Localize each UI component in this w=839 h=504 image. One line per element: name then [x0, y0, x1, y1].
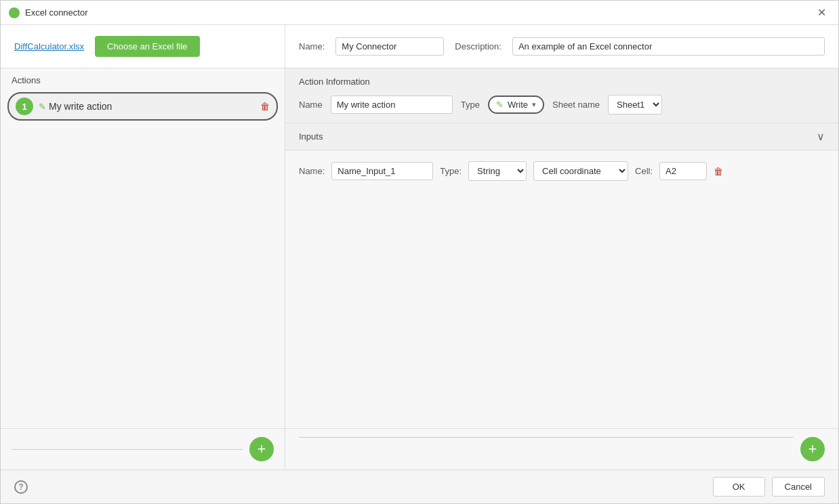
type-value: Write: [508, 100, 528, 110]
right-top-section: Name: Description:: [285, 25, 838, 68]
add-input-button[interactable]: +: [800, 437, 825, 461]
action-delete-icon[interactable]: 🗑: [260, 101, 270, 112]
action-name-input[interactable]: [331, 96, 453, 114]
actions-header: Actions: [1, 68, 285, 92]
left-top-section: DiffCalculator.xlsx Choose an Excel file: [1, 25, 285, 68]
close-button[interactable]: ✕: [813, 5, 830, 20]
cell-input[interactable]: [659, 162, 707, 180]
dialog: Excel connector ✕ DiffCalculator.xlsx Ch…: [0, 0, 839, 504]
input-name-label: Name:: [299, 166, 325, 176]
description-label: Description:: [455, 41, 502, 51]
ok-button[interactable]: OK: [713, 477, 765, 497]
sheet-name-select[interactable]: Sheet1: [608, 95, 662, 114]
action-type-label: Type: [461, 100, 480, 110]
collapse-icon[interactable]: ∨: [817, 130, 825, 143]
sheet-name-label: Sheet name: [552, 100, 600, 110]
action-info-row: Name Type ✎ Write ▾ Sheet name Sheet1: [299, 95, 825, 114]
input-delete-icon[interactable]: 🗑: [714, 166, 723, 177]
choose-file-button[interactable]: Choose an Excel file: [95, 36, 200, 57]
input-name-field[interactable]: [331, 162, 433, 180]
cell-label: Cell:: [635, 166, 653, 176]
type-edit-icon: ✎: [496, 100, 504, 110]
top-section: DiffCalculator.xlsx Choose an Excel file…: [1, 25, 838, 68]
dialog-title: Excel connector: [25, 7, 88, 18]
action-item[interactable]: 1 ✎ My write action 🗑: [7, 92, 278, 121]
inputs-section: Inputs ∨ Name: Type: String Number Boole…: [285, 123, 838, 469]
add-action-button[interactable]: +: [249, 437, 274, 461]
input-type-label: Type:: [440, 166, 462, 176]
title-bar: Excel connector ✕: [1, 1, 838, 25]
inputs-content: Name: Type: String Number Boolean Cell c…: [285, 150, 838, 192]
input-row: Name: Type: String Number Boolean Cell c…: [299, 161, 825, 181]
main-content: Actions 1 ✎ My write action 🗑 +: [1, 68, 838, 469]
name-label: Name:: [299, 41, 325, 51]
title-bar-left: Excel connector: [9, 7, 88, 18]
right-panel-footer: +: [285, 428, 838, 469]
left-panel: Actions 1 ✎ My write action 🗑 +: [1, 68, 285, 469]
bottom-buttons: OK Cancel: [713, 477, 825, 497]
help-icon[interactable]: ?: [14, 480, 28, 494]
left-panel-footer: +: [1, 428, 285, 469]
type-chevron-icon: ▾: [532, 100, 536, 109]
action-edit-icon: ✎: [39, 102, 46, 112]
cell-coord-select[interactable]: Cell coordinate: [533, 161, 628, 181]
action-name: My write action: [49, 101, 255, 112]
action-number: 1: [16, 98, 33, 115]
action-name-label: Name: [299, 100, 323, 110]
connector-description-input[interactable]: [512, 37, 825, 56]
bottom-bar: ? OK Cancel: [1, 469, 838, 503]
right-panel: Action Information Name Type ✎ Write ▾ S…: [285, 68, 838, 469]
app-icon: [9, 7, 20, 18]
cancel-button[interactable]: Cancel: [772, 477, 825, 497]
type-dropdown-wrapper[interactable]: ✎ Write ▾: [488, 96, 544, 114]
actions-list: 1 ✎ My write action 🗑: [1, 92, 285, 260]
action-info-title: Action Information: [299, 77, 825, 87]
input-type-select[interactable]: String Number Boolean: [468, 161, 527, 181]
action-info-section: Action Information Name Type ✎ Write ▾ S…: [285, 68, 838, 123]
file-link[interactable]: DiffCalculator.xlsx: [14, 41, 84, 51]
connector-name-input[interactable]: [335, 37, 444, 56]
inputs-title: Inputs: [299, 131, 323, 142]
inputs-header: Inputs ∨: [285, 123, 838, 150]
